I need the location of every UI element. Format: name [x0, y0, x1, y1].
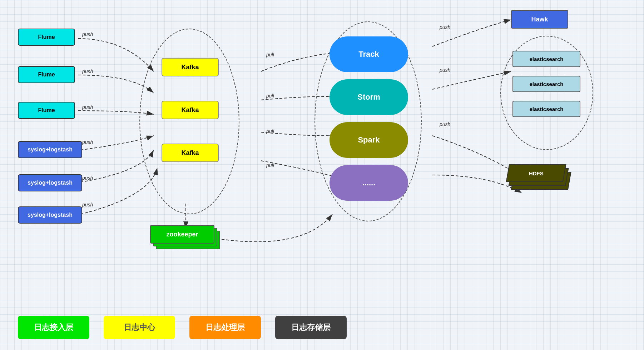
- pull-label-2: pull: [266, 93, 274, 99]
- storm-node: Storm: [330, 79, 408, 115]
- syslog-node-2: syslog+logstash: [18, 174, 82, 191]
- push-label-1: push: [82, 31, 93, 37]
- pull-label-4: pull: [266, 162, 274, 168]
- push-label-6: push: [82, 202, 93, 208]
- track-node: Track: [330, 36, 408, 72]
- push-out-label-3: push: [440, 121, 450, 127]
- push-label-4: push: [82, 139, 93, 145]
- legend-bar: 日志接入层 日志中心 日志处理层 日志存储层: [18, 316, 347, 339]
- push-out-label-2: push: [440, 67, 450, 73]
- kafka-node-1: Kafka: [162, 58, 219, 76]
- kafka-node-3: Kafka: [162, 144, 219, 162]
- push-label-2: push: [82, 69, 93, 74]
- legend-layer3: 日志处理层: [189, 316, 261, 339]
- kafka-cluster: Kafka Kafka Kafka: [139, 29, 239, 214]
- spark-node: Spark: [330, 122, 408, 158]
- syslog-node-3: syslog+logstash: [18, 206, 82, 224]
- es-node-1: elasticsearch: [512, 51, 580, 67]
- kafka-node-2: Kafka: [162, 101, 219, 119]
- processing-cluster: Track Storm Spark ......: [314, 21, 422, 221]
- zookeeper-node: zookeeper: [150, 225, 214, 244]
- es-cluster: elasticsearch elasticsearch elasticsearc…: [500, 36, 593, 150]
- push-out-label-1: push: [440, 24, 450, 30]
- diagram-container: Flume Flume Flume syslog+logstash syslog…: [0, 0, 644, 350]
- legend-layer2: 日志中心: [104, 316, 175, 339]
- es-node-2: elasticsearch: [512, 76, 580, 92]
- flume-node-3: Flume: [18, 102, 75, 119]
- pull-label-1: pull: [266, 52, 274, 58]
- legend-layer1: 日志接入层: [18, 316, 89, 339]
- syslog-node-1: syslog+logstash: [18, 141, 82, 158]
- flume-node-1: Flume: [18, 29, 75, 46]
- es-node-3: elasticsearch: [512, 101, 580, 117]
- hdfs-node-1: HDFS: [506, 164, 566, 182]
- legend-layer4: 日志存储层: [275, 316, 347, 339]
- push-label-3: push: [82, 104, 93, 110]
- flume-node-2: Flume: [18, 66, 75, 83]
- dots-node: ......: [330, 165, 408, 201]
- hawk-node: Hawk: [511, 10, 568, 29]
- push-label-5: push: [82, 175, 93, 181]
- pull-label-3: pull: [266, 129, 274, 134]
